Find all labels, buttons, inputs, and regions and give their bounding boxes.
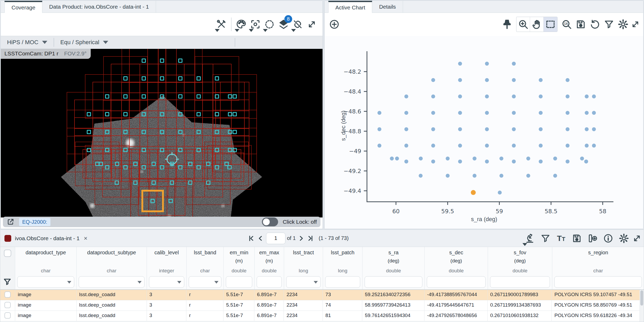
column-header-s_dec[interactable]: s_dec(deg)double	[425, 247, 488, 289]
column-header-lsst_tract[interactable]: lsst_tractlong	[284, 247, 323, 289]
selected-footprint-highlight[interactable]	[141, 190, 164, 212]
next-page-icon[interactable]	[297, 234, 305, 242]
column-filter-dropdown[interactable]	[286, 276, 321, 288]
first-page-icon[interactable]	[247, 234, 255, 242]
tab-active-chart[interactable]: Active Chart	[328, 1, 372, 13]
filter-chart-button[interactable]	[602, 16, 616, 32]
scatter-plot-area[interactable]: 6059.55958.558−48.2−48.4−48.6−48.8−49−49…	[325, 36, 643, 229]
recenter-button[interactable]	[248, 16, 262, 32]
add-chart-button[interactable]	[327, 16, 341, 32]
cell-em_max: 6.891e-7	[254, 300, 284, 310]
tab-data-product[interactable]: Data Product: ivoa.ObsCore - data-int - …	[42, 1, 156, 13]
tab-coverage[interactable]: Coverage	[4, 1, 42, 13]
save-chart-button[interactable]	[574, 16, 588, 32]
zoom-original-button[interactable]	[560, 16, 574, 32]
data-point	[512, 111, 516, 115]
column-header-em_max[interactable]: em_max(m)double	[255, 247, 284, 289]
column-header-lsst_band[interactable]: lsst_bandchar	[187, 247, 224, 289]
save-table-button[interactable]	[569, 230, 585, 246]
data-point	[404, 127, 408, 131]
filter-table-button[interactable]	[538, 230, 553, 246]
selected-data-point[interactable]	[471, 190, 476, 195]
prev-page-icon[interactable]	[257, 234, 264, 242]
data-point	[566, 78, 570, 82]
click-lock-toggle[interactable]	[262, 217, 278, 226]
pin-chart-button[interactable]	[500, 16, 514, 32]
data-point	[512, 62, 516, 66]
expand-icon	[630, 19, 641, 30]
external-link-icon[interactable]	[7, 218, 14, 226]
last-page-icon[interactable]	[307, 234, 314, 242]
coverage-statusbar: EQ-J2000: Click Lock: off	[3, 217, 320, 227]
source-marker	[206, 162, 210, 166]
tools-button[interactable]	[214, 16, 228, 32]
tab-details[interactable]: Details	[372, 1, 403, 13]
column-filter-dropdown[interactable]	[149, 276, 184, 288]
expand-table-button[interactable]	[632, 230, 642, 246]
restore-chart-button[interactable]	[588, 16, 602, 32]
table-vertical-scrollbar[interactable]	[640, 290, 644, 322]
sky-image-view[interactable]: LSSTComCam: DP1 r FOV:2.9°	[1, 49, 323, 217]
column-header-em_min[interactable]: em_min(m)double	[224, 247, 255, 289]
source-marker	[123, 148, 128, 152]
unlink-button[interactable]	[291, 16, 305, 32]
column-header-s_fov[interactable]: s_fov(deg)double	[488, 247, 552, 289]
column-filter-dropdown[interactable]	[17, 276, 74, 288]
text-view-button[interactable]: TT	[553, 230, 569, 246]
table-color-swatch[interactable]	[4, 235, 11, 242]
expand-chart-button[interactable]	[630, 16, 641, 32]
column-header-dataproduct_type[interactable]: dataproduct_typechar	[15, 247, 77, 289]
column-filter-dropdown[interactable]	[79, 276, 145, 288]
table-row[interactable]: imagelsst.deep_coadd3r5.51e-76.891e-7223…	[0, 300, 644, 311]
image-mode-bar: HiPS / MOC Equ / Spherical	[1, 36, 323, 49]
inspect-button[interactable]	[522, 230, 538, 246]
data-point	[566, 127, 570, 131]
add-column-button[interactable]	[585, 230, 600, 246]
data-point	[539, 127, 543, 131]
table-settings-button[interactable]	[616, 230, 632, 246]
table-info-button[interactable]	[600, 230, 616, 246]
column-header-lsst_patch[interactable]: lsst_patchlong	[323, 247, 363, 289]
column-filter-dropdown[interactable]	[189, 276, 221, 288]
table-row[interactable]: imagelsst.deep_coadd3r5.51e-76.891e-7223…	[0, 311, 644, 321]
pan-mode-button[interactable]	[530, 17, 544, 32]
row-checkbox[interactable]	[4, 302, 11, 308]
coverage-toolbar: 8	[1, 13, 323, 36]
column-header-dataproduct_subtype[interactable]: dataproduct_subtypechar	[77, 247, 147, 289]
scatter-chart[interactable]: s_ra (deg) s_dec (deg) 6059.55958.558−48…	[325, 36, 643, 229]
close-table-icon[interactable]: ×	[84, 235, 87, 242]
select-all-checkbox[interactable]	[4, 250, 11, 257]
chart-settings-button[interactable]	[616, 16, 630, 32]
color-palette-button[interactable]	[234, 16, 248, 32]
y-tick-label: −49.2	[344, 168, 361, 174]
layers-button[interactable]: 8	[277, 16, 291, 32]
cell-calib_level: 3	[147, 290, 187, 300]
table-pager: of 1 (1 - 73 of 73)	[247, 233, 349, 244]
hips-moc-dropdown[interactable]: HiPS / MOC	[1, 39, 54, 46]
page-number-input[interactable]	[266, 233, 285, 244]
scrollbar-thumb[interactable]	[640, 290, 643, 306]
select-region-button[interactable]	[262, 16, 277, 32]
column-filter-input[interactable]	[490, 276, 550, 288]
source-marker	[178, 76, 182, 80]
column-filter-input[interactable]	[365, 276, 422, 288]
projection-dropdown[interactable]: Equ / Spherical	[54, 39, 114, 46]
expand-button[interactable]	[305, 16, 319, 32]
data-point	[395, 157, 399, 160]
column-filter-input[interactable]	[257, 276, 282, 288]
zoom-mode-button[interactable]	[516, 17, 530, 32]
column-filter-input[interactable]	[554, 276, 642, 288]
row-checkbox[interactable]	[4, 312, 11, 319]
table-row[interactable]: imagelsst.deep_coadd3r5.51e-76.891e-7223…	[0, 290, 644, 300]
data-point	[553, 174, 557, 178]
column-filter-input[interactable]	[325, 276, 360, 288]
source-marker	[233, 94, 237, 99]
cell-s_region: POLYGON ICRS 59.107457 -49.51	[552, 290, 644, 300]
row-checkbox[interactable]	[4, 291, 11, 298]
select-mode-button[interactable]	[544, 17, 557, 32]
column-filter-input[interactable]	[226, 276, 252, 288]
column-filter-input[interactable]	[427, 276, 486, 288]
column-header-s_region[interactable]: s_regionchar	[552, 247, 644, 289]
column-header-s_ra[interactable]: s_ra(deg)double	[363, 247, 425, 289]
column-header-calib_level[interactable]: calib_levelinteger	[147, 247, 187, 289]
